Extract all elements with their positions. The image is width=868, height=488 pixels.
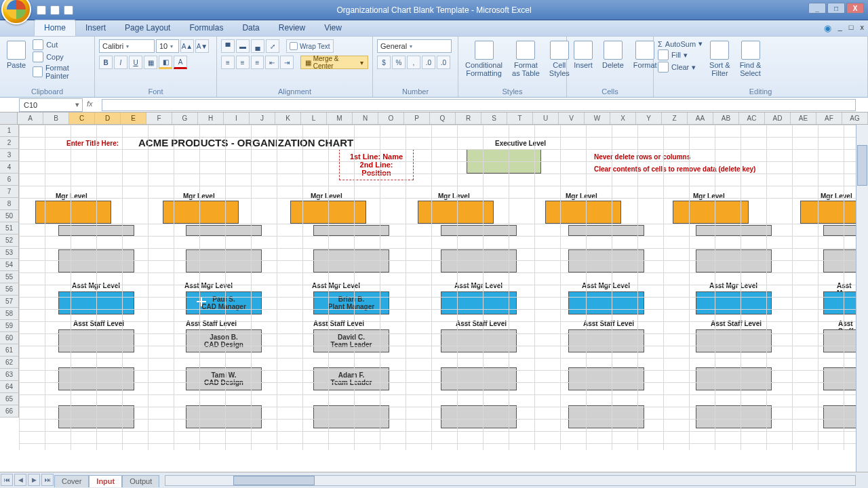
gray-top-5[interactable] <box>696 225 772 236</box>
staff2-box-4[interactable] <box>568 367 644 390</box>
col-header-O[interactable]: O <box>378 113 404 124</box>
conditional-formatting-button[interactable]: Conditional Formatting <box>462 39 505 79</box>
row-header-6[interactable]: 6 <box>0 174 19 186</box>
copy-button[interactable]: Copy <box>33 52 64 62</box>
format-painter-button[interactable]: Format Painter <box>33 64 90 80</box>
staff2-box-6[interactable] <box>823 367 856 390</box>
tab-formulas[interactable]: Formulas <box>180 20 233 36</box>
align-left-button[interactable]: ≡ <box>221 56 235 69</box>
grow-font-button[interactable]: A▲ <box>180 39 194 53</box>
staff2-box-3[interactable] <box>441 367 517 390</box>
chart-title[interactable]: ACME PRODUCTS - ORGANIZATION CHART <box>138 137 353 148</box>
col-header-M[interactable]: M <box>327 113 353 124</box>
asst-mgr-box-6[interactable] <box>823 291 856 314</box>
gray-top-2[interactable] <box>313 225 389 236</box>
tab-home[interactable]: Home <box>34 20 76 36</box>
col-header-B[interactable]: B <box>43 113 69 124</box>
mgr-box-5[interactable] <box>673 201 749 224</box>
minimize-ribbon-icon[interactable]: _ <box>838 23 842 33</box>
col-header-F[interactable]: F <box>146 113 172 124</box>
row-header-62[interactable]: 62 <box>0 357 19 369</box>
close-button[interactable]: X <box>846 3 864 14</box>
select-all-corner[interactable] <box>0 113 18 124</box>
italic-button[interactable]: I <box>114 56 127 69</box>
col-header-S[interactable]: S <box>481 113 507 124</box>
staff3-box-6[interactable] <box>823 405 856 428</box>
orientation-button[interactable]: ⤢ <box>266 39 279 53</box>
col-header-X[interactable]: X <box>610 113 636 124</box>
sheet-tab-output[interactable]: Output <box>122 475 159 487</box>
fill-color-button[interactable]: ◧ <box>159 56 172 69</box>
tab-nav-last[interactable]: ⏭ <box>41 474 54 486</box>
col-header-H[interactable]: H <box>198 113 224 124</box>
minimize-button[interactable]: _ <box>808 3 826 14</box>
row-header-2[interactable]: 2 <box>0 137 19 149</box>
row-header-60[interactable]: 60 <box>0 332 19 344</box>
cut-button[interactable]: Cut <box>33 39 58 50</box>
tab-review[interactable]: Review <box>269 20 315 36</box>
asst-mgr-box-3[interactable] <box>441 291 517 314</box>
col-header-J[interactable]: J <box>250 113 275 124</box>
wrap-text-button[interactable]: Wrap Text <box>286 39 334 53</box>
number-format-combo[interactable]: General <box>377 39 452 53</box>
gray-mid-2[interactable] <box>313 249 389 272</box>
borders-button[interactable]: ▦ <box>144 56 157 69</box>
staff3-box-5[interactable] <box>696 405 772 428</box>
row-header-58[interactable]: 58 <box>0 308 19 320</box>
col-header-AB[interactable]: AB <box>713 113 739 124</box>
col-header-Q[interactable]: Q <box>430 113 456 124</box>
row-header-1[interactable]: 1 <box>0 125 19 137</box>
name-box[interactable]: C10▾ <box>19 98 83 112</box>
shrink-font-button[interactable]: A▼ <box>195 39 209 53</box>
staff3-box-2[interactable] <box>313 405 389 428</box>
tab-nav-next[interactable]: ▶ <box>28 474 40 486</box>
maximize-button[interactable]: □ <box>827 3 845 14</box>
mgr-box-0[interactable] <box>35 201 111 224</box>
sheet-surface[interactable]: Enter Title Here: ACME PRODUCTS - ORGANI… <box>19 125 856 472</box>
row-header-53[interactable]: 53 <box>0 247 19 259</box>
gray-mid-5[interactable] <box>696 249 772 272</box>
bold-button[interactable]: B <box>99 56 113 69</box>
gray-top-4[interactable] <box>568 225 644 236</box>
row-header-57[interactable]: 57 <box>0 296 19 308</box>
staff2-box-2[interactable]: Adam F.Team Leader <box>313 367 389 390</box>
staff3-box-3[interactable] <box>441 405 517 428</box>
horizontal-scrollbar[interactable] <box>165 475 856 486</box>
formula-input[interactable] <box>102 99 856 111</box>
decrease-decimal-button[interactable]: .0 <box>437 56 450 69</box>
col-header-K[interactable]: K <box>275 113 301 124</box>
mgr-box-6[interactable] <box>800 201 856 224</box>
tab-nav-first[interactable]: ⏮ <box>1 474 13 486</box>
asst-mgr-box-4[interactable] <box>568 291 644 314</box>
restore-ribbon-icon[interactable]: □ <box>849 23 854 33</box>
col-header-D[interactable]: D <box>95 113 121 124</box>
col-header-A[interactable]: A <box>18 113 43 124</box>
col-header-L[interactable]: L <box>301 113 327 124</box>
find-select-button[interactable]: Find & Select <box>737 39 764 79</box>
staff3-box-4[interactable] <box>568 405 644 428</box>
col-header-G[interactable]: G <box>172 113 198 124</box>
row-header-59[interactable]: 59 <box>0 320 19 332</box>
asst-mgr-box-5[interactable] <box>696 291 772 314</box>
align-center-button[interactable]: ≡ <box>236 56 250 69</box>
increase-indent-button[interactable]: ⇥ <box>280 56 294 69</box>
col-header-I[interactable]: I <box>224 113 250 124</box>
tab-page-layout[interactable]: Page Layout <box>115 20 180 36</box>
currency-button[interactable]: $ <box>377 56 391 69</box>
row-header-7[interactable]: 7 <box>0 186 19 198</box>
increase-decimal-button[interactable]: .0 <box>422 56 435 69</box>
row-header-66[interactable]: 66 <box>0 405 19 418</box>
row-header-50[interactable]: 50 <box>0 210 19 222</box>
fx-icon[interactable]: fx <box>87 100 98 110</box>
mgr-box-4[interactable] <box>545 201 621 224</box>
row-header-4[interactable]: 4 <box>0 161 19 174</box>
asst-mgr-box-2[interactable]: Brian B.Plant Manager <box>313 291 389 314</box>
gray-mid-6[interactable] <box>823 249 856 272</box>
row-header-56[interactable]: 56 <box>0 283 19 296</box>
gray-top-6[interactable] <box>823 225 856 236</box>
tab-view[interactable]: View <box>315 20 351 36</box>
format-as-table-button[interactable]: Format as Table <box>509 39 542 79</box>
col-header-AC[interactable]: AC <box>739 113 765 124</box>
tab-nav-prev[interactable]: ◀ <box>14 474 26 486</box>
vscroll-thumb[interactable] <box>857 145 867 186</box>
